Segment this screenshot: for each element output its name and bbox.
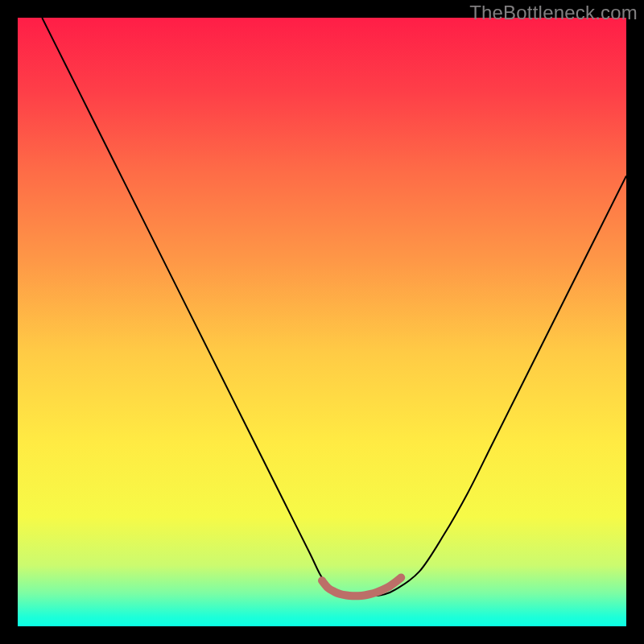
bottleneck-chart	[18, 18, 626, 626]
watermark-text: TheBottleneck.com	[469, 2, 638, 24]
plot-frame	[18, 18, 626, 626]
chart-background	[18, 18, 626, 626]
